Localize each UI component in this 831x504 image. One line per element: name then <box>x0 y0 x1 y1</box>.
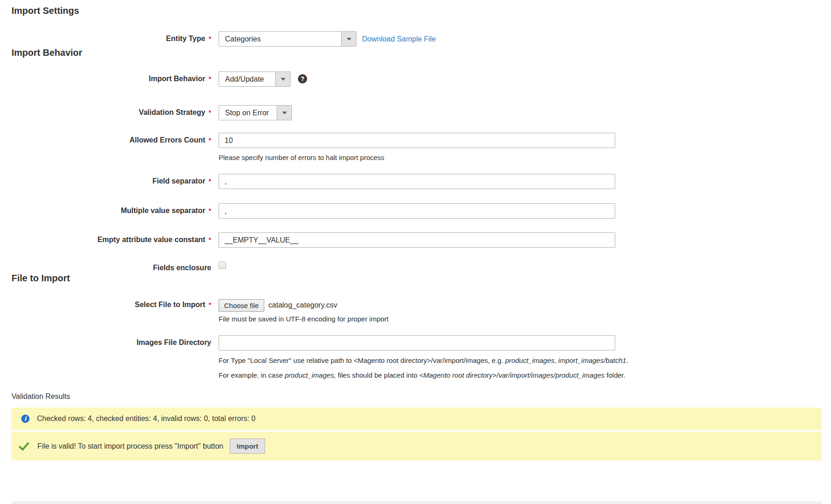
chevron-down-icon[interactable] <box>341 32 356 46</box>
download-sample-file-link[interactable]: Download Sample File <box>362 31 436 47</box>
required-asterisk: * <box>208 35 211 42</box>
images-file-directory-row: Images File Directory For Type "Local Se… <box>12 335 831 379</box>
import-behavior-select-value: Add/Update <box>219 72 275 86</box>
required-asterisk: * <box>208 236 211 243</box>
entity-type-select-value: Categories <box>219 32 341 46</box>
validation-success-message: File is valid! To start import process p… <box>11 432 822 461</box>
allowed-errors-count-label: Allowed Errors Count <box>130 136 205 144</box>
validation-strategy-select-value: Stop on Error <box>219 106 277 120</box>
validation-strategy-row: Validation Strategy* Stop on Error <box>12 105 831 120</box>
section-title-file-to-import: File to Import <box>12 272 831 284</box>
validation-strategy-label: Validation Strategy <box>139 108 205 116</box>
import-behavior-select[interactable]: Add/Update <box>219 71 291 87</box>
section-title-import-behavior: Import Behavior <box>12 47 831 59</box>
required-asterisk: * <box>208 207 211 214</box>
import-behavior-label: Import Behavior <box>148 75 205 83</box>
entity-type-label-wrap: Entity Type* <box>12 31 211 43</box>
selected-file-name: catalog_category.csv <box>268 299 337 312</box>
fields-enclosure-checkbox[interactable] <box>219 261 226 269</box>
import-button[interactable]: Import <box>230 439 265 454</box>
chevron-down-icon[interactable] <box>277 106 291 120</box>
required-asterisk: * <box>208 177 211 185</box>
images-file-directory-label: Images File Directory <box>137 338 211 346</box>
empty-attribute-value-constant-row: Empty attribute value constant* <box>12 232 831 248</box>
select-file-to-import-row: Select File to Import* Choose file catal… <box>12 299 831 323</box>
validation-strategy-select[interactable]: Stop on Error <box>219 105 292 120</box>
entity-type-label: Entity Type <box>166 35 205 42</box>
required-asterisk: * <box>208 136 211 144</box>
allowed-errors-count-input[interactable] <box>219 133 615 148</box>
import-page: Import Settings Entity Type* Categories … <box>0 0 831 401</box>
field-separator-label: Field separator <box>152 177 205 185</box>
fields-enclosure-row: Fields enclosure <box>12 261 831 272</box>
multiple-value-separator-input[interactable] <box>219 203 615 219</box>
images-file-directory-note-2: For example, in case product_images, fil… <box>219 371 628 379</box>
empty-attribute-value-constant-label: Empty attribute value constant <box>97 236 205 243</box>
info-icon: i <box>21 415 30 423</box>
images-file-directory-input[interactable] <box>219 335 615 350</box>
chevron-down-icon[interactable] <box>275 72 290 86</box>
field-separator-input[interactable] <box>219 174 615 189</box>
required-asterisk: * <box>208 301 211 308</box>
required-asterisk: * <box>208 75 211 83</box>
field-separator-row: Field separator* <box>12 174 831 189</box>
allowed-errors-count-row: Allowed Errors Count* Please specify num… <box>12 133 831 162</box>
validation-info-text: Checked rows: 4, checked entities: 4, in… <box>37 415 255 423</box>
entity-type-row: Entity Type* Categories Download Sample … <box>12 31 831 47</box>
validation-info-message: i Checked rows: 4, checked entities: 4, … <box>11 408 822 430</box>
select-file-to-import-label: Select File to Import <box>135 301 205 308</box>
validation-results-title: Validation Results <box>12 392 831 401</box>
validation-success-text: File is valid! To start import process p… <box>37 442 223 451</box>
choose-file-button[interactable]: Choose file <box>219 299 264 312</box>
help-icon[interactable]: ? <box>298 74 307 83</box>
import-behavior-row: Import Behavior* Add/Update ? <box>12 71 831 87</box>
fields-enclosure-label: Fields enclosure <box>153 264 211 272</box>
required-asterisk: * <box>208 108 211 116</box>
multiple-value-separator-row: Multiple value separator* <box>12 203 831 219</box>
partially-visible-element <box>11 501 822 504</box>
section-title-import-settings: Import Settings <box>12 5 831 17</box>
empty-attribute-value-constant-input[interactable] <box>219 232 615 248</box>
multiple-value-separator-label: Multiple value separator <box>121 207 205 214</box>
allowed-errors-count-note: Please specify number of errors to halt … <box>219 154 615 162</box>
success-check-icon <box>18 442 30 451</box>
images-file-directory-note-1: For Type "Local Server" use relative pat… <box>219 356 628 365</box>
select-file-note: File must be saved in UTF-8 encoding for… <box>219 315 389 323</box>
entity-type-select[interactable]: Categories <box>219 31 356 47</box>
